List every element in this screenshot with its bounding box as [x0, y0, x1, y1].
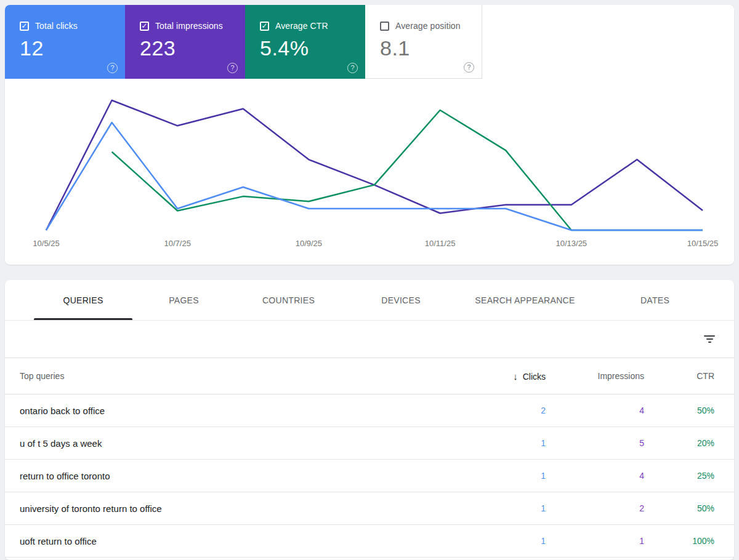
metric-value: 12	[20, 36, 115, 60]
help-icon[interactable]: ?	[107, 63, 118, 73]
check-icon: ✓	[21, 22, 27, 30]
check-icon: ✓	[141, 22, 147, 30]
search-console-performance-page: { "colors": { "page_bg": "#eef0f3", "cli…	[0, 0, 739, 560]
metric-value: 8.1	[380, 36, 472, 60]
tab-devices[interactable]: DEVICES	[342, 280, 460, 320]
impressions-cell: 1	[546, 536, 644, 546]
ctr-cell: 100%	[644, 536, 714, 546]
tab-pages[interactable]: PAGES	[132, 280, 235, 320]
check-icon: ✓	[261, 22, 267, 30]
metric-card-total-impressions[interactable]: ✓ Total impressions 223 ?	[125, 5, 245, 79]
column-header-clicks[interactable]: ↓Clicks	[472, 371, 546, 382]
queries-table-header: Top queries ↓Clicks Impressions CTR	[5, 358, 734, 394]
impressions-cell: 4	[546, 406, 644, 415]
filter-list-icon[interactable]	[703, 333, 716, 345]
query-cell[interactable]: u of t 5 days a week	[20, 438, 472, 449]
dimension-tabs: QUERIES PAGES COUNTRIES DEVICES SEARCH A…	[5, 280, 734, 321]
metric-card-header: ✓ Average CTR	[260, 21, 355, 31]
chart-line-0	[46, 122, 703, 230]
filter-bar-long	[704, 335, 715, 337]
tab-queries[interactable]: QUERIES	[34, 280, 132, 320]
help-icon[interactable]: ?	[464, 62, 474, 73]
metric-label: Average CTR	[275, 21, 328, 31]
metric-value: 5.4%	[260, 36, 355, 60]
clicks-cell: 2	[472, 406, 546, 415]
column-header-top-queries: Top queries	[20, 371, 472, 381]
ctr-cell: 25%	[644, 471, 714, 481]
table-toolbar	[5, 321, 734, 358]
metric-card-header: ✓ Total impressions	[140, 21, 235, 31]
metric-card-average-position[interactable]: Average position 8.1 ?	[365, 5, 482, 79]
x-axis-tick-label: 10/7/25	[164, 239, 191, 248]
metric-label: Total impressions	[155, 21, 223, 31]
x-axis-tick-label: 10/15/25	[687, 239, 719, 248]
metric-label: Total clicks	[35, 21, 78, 31]
tab-dates[interactable]: DATES	[590, 280, 720, 320]
x-axis-tick-label: 10/13/25	[555, 239, 587, 248]
filter-bar-short	[708, 342, 711, 343]
impressions-cell: 2	[546, 503, 644, 513]
clicks-cell: 1	[472, 503, 546, 513]
checkbox-total-impressions-checked-icon[interactable]: ✓	[140, 22, 149, 31]
table-row[interactable]: u of t 5 days a week 1 5 20%	[5, 427, 734, 460]
query-cell[interactable]: ontario back to office	[20, 406, 472, 416]
clicks-cell: 1	[472, 536, 546, 546]
dimensions-panel: QUERIES PAGES COUNTRIES DEVICES SEARCH A…	[5, 280, 734, 560]
help-icon[interactable]: ?	[347, 63, 358, 73]
impressions-cell: 5	[546, 438, 644, 448]
x-axis-tick-label: 10/11/25	[425, 239, 456, 248]
metric-value: 223	[140, 36, 235, 60]
table-row[interactable]: uoft return to office 1 1 100%	[5, 525, 734, 558]
x-axis-tick-label: 10/9/25	[296, 239, 322, 248]
help-icon[interactable]: ?	[227, 63, 238, 73]
ctr-cell: 50%	[644, 406, 714, 415]
tab-countries[interactable]: COUNTRIES	[235, 280, 342, 320]
checkbox-average-ctr-checked-icon[interactable]: ✓	[260, 22, 269, 31]
chart-line-2	[112, 110, 703, 230]
ctr-cell: 20%	[644, 438, 714, 448]
metric-card-header: Average position	[380, 21, 472, 31]
column-header-ctr[interactable]: CTR	[644, 371, 714, 381]
metric-cards-row: ✓ Total clicks 12 ? ✓ Total impressions …	[5, 5, 734, 79]
metric-card-total-clicks[interactable]: ✓ Total clicks 12 ?	[5, 5, 125, 79]
query-cell[interactable]: uoft return to office	[20, 536, 472, 546]
tab-search-appearance[interactable]: SEARCH APPEARANCE	[460, 280, 590, 320]
impressions-cell: 4	[546, 471, 644, 481]
metric-card-header: ✓ Total clicks	[20, 21, 115, 31]
column-header-impressions[interactable]: Impressions	[546, 371, 644, 381]
column-header-clicks-label: Clicks	[523, 372, 546, 382]
clicks-cell: 1	[472, 471, 546, 481]
table-row[interactable]: ontario back to office 2 4 50%	[5, 394, 734, 427]
metric-card-average-ctr[interactable]: ✓ Average CTR 5.4% ?	[245, 5, 365, 79]
checkbox-average-position-unchecked-icon[interactable]	[380, 22, 389, 31]
clicks-cell: 1	[472, 438, 546, 448]
ctr-cell: 50%	[644, 503, 714, 513]
x-axis-tick-label: 10/5/25	[33, 239, 59, 248]
query-cell[interactable]: university of toronto return to office	[20, 503, 472, 514]
metric-label: Average position	[395, 21, 461, 31]
filter-bar-medium	[706, 338, 713, 340]
table-row[interactable]: university of toronto return to office 1…	[5, 492, 734, 525]
query-cell[interactable]: return to office toronto	[20, 471, 472, 481]
table-row[interactable]: return to office toronto 1 4 25%	[5, 460, 734, 492]
performance-summary-panel: ✓ Total clicks 12 ? ✓ Total impressions …	[5, 5, 734, 265]
performance-line-chart: 10/5/2510/7/2510/9/2510/11/2510/13/2510/…	[5, 86, 734, 258]
checkbox-total-clicks-checked-icon[interactable]: ✓	[20, 22, 29, 31]
sort-desc-icon: ↓	[513, 371, 518, 382]
